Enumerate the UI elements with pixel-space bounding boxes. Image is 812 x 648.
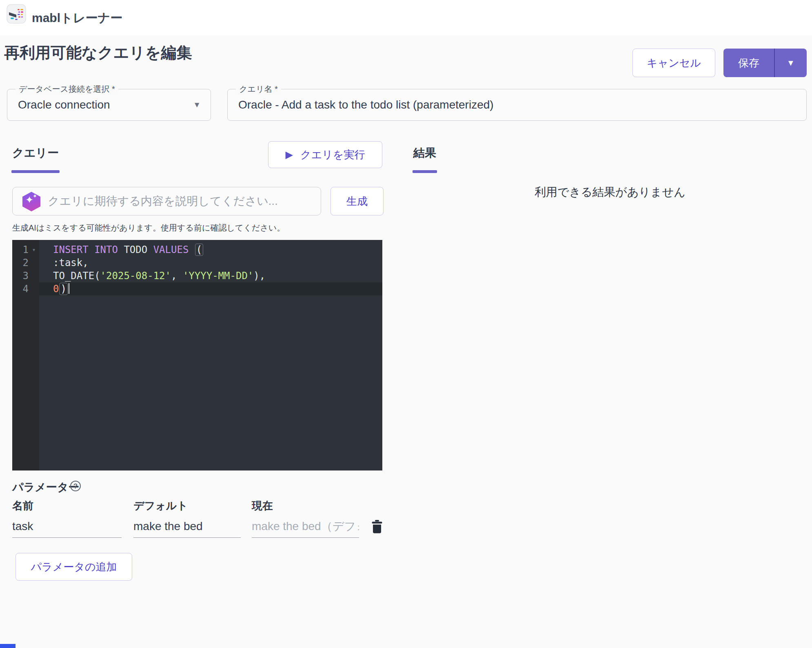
bottom-left-blue-strip [0,644,16,648]
cancel-button[interactable]: キャンセル [632,49,715,77]
ai-prompt-field: ✦ ✦ クエリに期待する内容を説明してください... [12,187,321,215]
save-options-caret[interactable]: ▼ [775,49,807,77]
ai-disclaimer-text: 生成AIはミスをする可能性があります。使用する前に確認してください。 [12,222,285,233]
line-number: 1 [12,243,29,256]
param-default-input[interactable] [133,515,241,538]
tab-query[interactable]: クエリー [12,145,59,161]
line-number: 2 [12,256,29,269]
app-header: mablトレーナー [0,0,812,36]
app-title: mablトレーナー [32,0,122,36]
tab-query-underline [11,170,60,173]
save-split-button[interactable]: 保存 ▼ [723,49,807,77]
line-number: 4 [12,282,29,295]
param-current-input[interactable] [252,515,359,538]
editor-line-4: 4 0) [12,282,382,295]
delete-parameter-button[interactable] [370,519,384,535]
query-name-input[interactable] [238,89,798,120]
database-connection-value: Oracle connection [18,89,186,120]
editor-line-1: 1 ▾ INSERT INTO TODO VALUES ( [12,243,382,256]
run-query-label: クエリを実行 [300,148,365,162]
parameters-title: パラメーター [12,480,80,495]
param-column-current: 現在 [252,499,273,513]
generate-button[interactable]: 生成 [331,187,384,215]
run-query-button[interactable]: ▶ クエリを実行 [268,141,382,168]
text-cursor [69,283,69,294]
play-icon: ▶ [286,150,293,160]
sparkle-small-icon: ✦ [33,193,37,199]
fold-arrow-icon[interactable]: ▾ [29,243,39,256]
add-parameter-button[interactable]: パラメータの追加 [16,553,132,581]
param-column-default: デフォルト [133,499,188,513]
chevron-down-icon: ▼ [787,58,795,68]
ai-prompt-placeholder[interactable]: クエリに期待する内容を説明してください... [48,187,314,215]
help-icon[interactable]: ? [70,481,81,491]
query-name-field: クエリ名 * [227,89,807,121]
param-name-input[interactable] [12,515,122,538]
tab-results[interactable]: 結果 [413,145,436,161]
dropdown-arrow-icon: ▼ [193,89,201,120]
sql-code-editor[interactable]: 1 ▾ INSERT INTO TODO VALUES ( 2 :task, 3… [12,240,382,470]
results-empty-message: 利用できる結果がありません [413,184,807,200]
editor-line-2: 2 :task, [12,256,382,269]
save-button[interactable]: 保存 [723,49,774,77]
tab-results-underline [413,170,437,173]
param-column-name: 名前 [12,499,33,513]
mabl-logo [7,4,26,24]
line-number: 3 [12,269,29,282]
editor-line-3: 3 TO_DATE('2025-08-12', 'YYYY-MM-DD'), [12,269,382,282]
trash-icon [371,520,383,534]
page-title: 再利用可能なクエリを編集 [4,42,192,63]
database-connection-select[interactable]: データベース接続を選択 * Oracle connection ▼ [7,89,211,121]
